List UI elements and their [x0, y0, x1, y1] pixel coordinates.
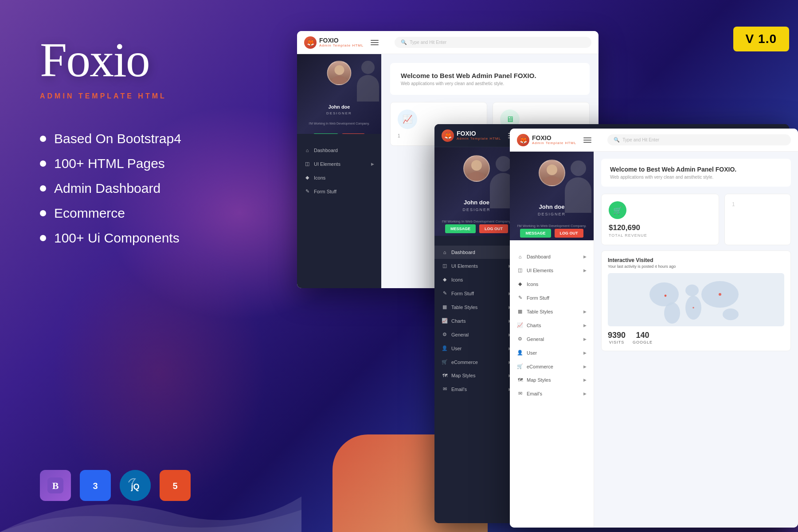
- nav-form-dark[interactable]: ✎ Form Stuff ▶: [434, 286, 519, 300]
- bullet-3: [40, 185, 46, 192]
- welcome-section-mid: Welcome to Best Web Admin Panel FOXIO. W…: [390, 63, 590, 95]
- profile-role: DESIGNER: [297, 111, 381, 115]
- nav-general-label-dark: General: [451, 332, 469, 337]
- revenue-label-front: Total Revenue: [609, 233, 647, 238]
- nav-ecommerce-dark[interactable]: 🛒 eCommerce ▶: [434, 355, 519, 369]
- ecommerce-icon-front: 🛒: [517, 364, 523, 369]
- nav-emails-dark[interactable]: ✉ Email's ▶: [434, 382, 519, 396]
- icons-icon-front: ◆: [517, 281, 523, 287]
- nav-table-dark[interactable]: ▦ Table Styles ▶: [434, 300, 519, 314]
- foxio-logo-icon-front: 🦊: [517, 134, 529, 146]
- admin-navbar-light-mid: 🦊 FOXIO Admin Template HTML 🔍 Type and H…: [297, 31, 598, 54]
- nav-ui-front[interactable]: ◫ UI Elements ▶: [510, 263, 594, 277]
- profile-bg-front: John doe DESIGNER I'M Working In Web Dev…: [510, 152, 594, 240]
- message-btn-dark[interactable]: MESSAGE: [445, 224, 476, 233]
- nav-ui-label: UI Elements: [314, 161, 340, 167]
- hamburger-front[interactable]: [583, 137, 591, 143]
- foxio-logo: 🦊 FOXIO Admin Template HTML: [304, 36, 364, 49]
- nav-form-label-dark: Form Stuff: [451, 291, 474, 296]
- svg-point-19: [723, 309, 739, 320]
- search-bar[interactable]: 🔍 Type and Hit Enter: [395, 37, 591, 48]
- nav-mapstyles-dark[interactable]: 🗺 Map Styles ▶: [434, 369, 519, 382]
- foxio-logo-icon: 🦊: [304, 36, 317, 49]
- logout-button[interactable]: LOG OUT: [342, 133, 365, 134]
- logout-btn-dark[interactable]: LOG OUT: [479, 224, 508, 233]
- nav-form-label-front: Form Stuff: [527, 295, 549, 301]
- sidebar-light-front: John doe DESIGNER I'M Working In Web Dev…: [510, 152, 594, 528]
- nav-general-dark[interactable]: ⚙ General ▶: [434, 328, 519, 341]
- table-icon-dark: ▦: [442, 304, 448, 310]
- profile-desc-front: I'M Working In Web Development Company.: [510, 224, 594, 228]
- footer-google-front: 140 GOOGLE: [633, 331, 653, 344]
- profile-avatar: [327, 61, 352, 85]
- welcome-bold-front: Web Admin Panel FOXIO.: [661, 166, 736, 173]
- message-btn-front[interactable]: MESSAGE: [520, 229, 551, 238]
- nav-map-front[interactable]: 🗺 Map Styles ▶: [510, 373, 594, 387]
- nav-form-stuff[interactable]: ✎ Form Stuff: [297, 184, 381, 198]
- nav-form-front[interactable]: ✎ Form Stuff: [510, 291, 594, 305]
- welcome-subtitle-mid: Web applications with very clean and aes…: [401, 81, 579, 86]
- nav-dash-label-front: Dashboard: [527, 254, 551, 259]
- bullet-4: [40, 210, 46, 216]
- search-bar-front[interactable]: 🔍 Type and Hit Enter: [607, 134, 791, 145]
- nav-charts-front[interactable]: 📈 Charts ▶: [510, 318, 594, 332]
- nav-table-front[interactable]: ▦ Table Styles ▶: [510, 305, 594, 318]
- avatar-body-front: [542, 176, 562, 186]
- sidebar-dark: John doe DESIGNER I'M Working In Web Dev…: [434, 147, 519, 523]
- sidebar-nav-front: ⌂ Dashboard ▶ ◫ UI Elements ▶ ◆ Icons: [510, 250, 594, 400]
- profile-avatar-front: [539, 160, 565, 186]
- nav-dashboard-dark[interactable]: ⌂ Dashboard: [434, 246, 519, 259]
- nav-email-label-dark: Email's: [451, 387, 467, 392]
- nav-dash-label: Dashboard: [451, 250, 475, 255]
- general-icon-dark: ⚙: [442, 332, 448, 337]
- email-icon-front: ✉: [517, 391, 523, 396]
- nav-ui-dark[interactable]: ◫ UI Elements ▶: [434, 259, 519, 273]
- screenshot-light-right: 🦊 FOXIO Admin Template HTML 🔍 Type and H…: [510, 129, 798, 528]
- placeholder-stat: 1: [732, 201, 735, 207]
- nav-icons-front[interactable]: ◆ Icons: [510, 277, 594, 291]
- form-icon-front: ✎: [517, 295, 523, 301]
- welcome-subtitle-front: Web applications with very clean and aes…: [610, 175, 782, 180]
- user-arrow-front: ▶: [583, 351, 587, 355]
- foxio-brand-dark: FOXIO Admin Template HTML: [457, 130, 501, 141]
- nav-table-label-dark: Table Styles: [451, 305, 477, 310]
- nav-icons[interactable]: ◆ Icons: [297, 171, 381, 184]
- bullet-1: [40, 136, 46, 142]
- nav-general-front[interactable]: ⚙ General ▶: [510, 332, 594, 346]
- foxio-logo-text-main: FOXIO: [319, 37, 364, 43]
- message-button[interactable]: MESSAGE: [313, 133, 338, 134]
- nav-charts-dark[interactable]: 📈 Charts ▶: [434, 314, 519, 328]
- nav-dashboard[interactable]: ⌂ Dashboard: [297, 144, 381, 157]
- svg-point-14: [649, 282, 679, 306]
- dashboard-icon-dark: ⌂: [442, 250, 448, 255]
- sidebar-mid: John doe DESIGNER I'M Working In Web Dev…: [297, 54, 381, 288]
- nav-ui-elements[interactable]: ◫ UI Elements ▶: [297, 157, 381, 171]
- nav-table-label-front: Table Styles: [527, 309, 553, 314]
- welcome-text-front: Welcome to Best: [610, 166, 660, 173]
- nav-general-label-front: General: [527, 336, 544, 342]
- google-value-front: 140: [633, 331, 653, 340]
- stat-2-front: 1: [724, 194, 791, 245]
- nav-user-label-front: User: [527, 350, 537, 356]
- hamburger-menu[interactable]: [371, 40, 379, 45]
- welcome-text: Welcome to Best: [401, 72, 454, 79]
- logout-btn-front[interactable]: LOG OUT: [555, 229, 583, 238]
- nav-user-dark[interactable]: 👤 User ▶: [434, 341, 519, 355]
- nav-dashboard-front[interactable]: ⌂ Dashboard ▶: [510, 250, 594, 263]
- profile-name-dark: John doe: [434, 199, 519, 206]
- profile-desc-dark: I'M Working In Web Development Company.: [434, 219, 519, 223]
- foxio-text-sub-dark: Admin Template HTML: [457, 137, 501, 141]
- world-map-front: [608, 273, 784, 326]
- nav-ecommerce-label-dark: eCommerce: [451, 360, 478, 365]
- visits-label-front: VISITS: [608, 340, 626, 344]
- nav-email-front[interactable]: ✉ Email's ▶: [510, 387, 594, 400]
- screenshots-area: 🦊 FOXIO Admin Template HTML 🔍 Type and H…: [288, 0, 798, 532]
- map-icon-dark: 🗺: [442, 373, 448, 378]
- revenue-value-front: $120,690: [609, 223, 640, 232]
- monitor-icon: 🖥: [506, 115, 514, 124]
- svg-point-16: [685, 285, 699, 296]
- nav-user-front[interactable]: 👤 User ▶: [510, 346, 594, 360]
- avatar-head-front: [547, 164, 557, 175]
- nav-ecommerce-front[interactable]: 🛒 eCommerce ▶: [510, 360, 594, 373]
- nav-icons-dark[interactable]: ◆ Icons: [434, 273, 519, 286]
